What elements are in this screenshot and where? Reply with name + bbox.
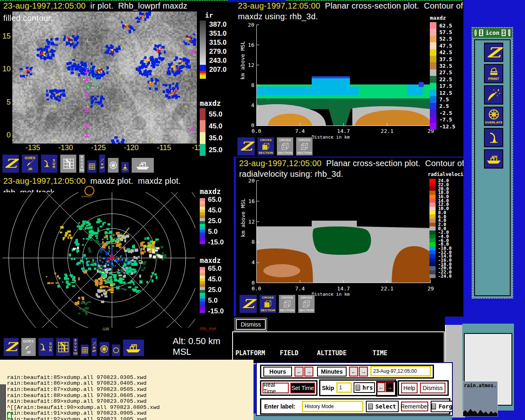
buoy-button[interactable] <box>121 162 129 173</box>
satellite-image[interactable] <box>12 11 197 144</box>
x-tick-label: 0.0 <box>248 285 265 292</box>
y-tick-label: 8 <box>251 82 254 88</box>
window-menu-icon[interactable] <box>475 30 477 36</box>
ship-button[interactable] <box>131 158 154 173</box>
overlay-rose-button[interactable] <box>107 158 119 173</box>
colorbar-swatch <box>200 281 205 284</box>
colorbar-row: 25.0 <box>200 144 222 156</box>
map-button[interactable]: MAP <box>99 154 105 173</box>
colorbar-title: maxdz <box>430 15 446 21</box>
terminal-window[interactable]: rain:beaufait:85>xdump.all 970823.0305.x… <box>0 360 253 420</box>
movie-button[interactable] <box>484 85 503 105</box>
print-button[interactable]: PRINT <box>484 64 503 83</box>
x-tick-label: -135 <box>21 144 45 152</box>
bounds-button[interactable]: BOUNDS <box>79 154 85 173</box>
skip-label: Skip <box>322 385 334 391</box>
cube-icon <box>280 142 290 151</box>
colorbar-label: 243.0 <box>209 57 227 65</box>
menu-icon <box>368 404 373 409</box>
grid-button[interactable] <box>80 344 89 356</box>
zeb-logo-button[interactable]: Z <box>239 294 257 313</box>
minutes-forward-button[interactable]: → <box>359 367 368 377</box>
x-tick-label: 22.1 <box>379 128 395 134</box>
colorbar-row: 27.5 <box>430 69 455 76</box>
real-time-button[interactable]: Real Time <box>262 383 289 393</box>
skip-back-button[interactable]: ← <box>377 382 385 392</box>
rain-atmos-icon-window[interactable]: rain.atmos. <box>463 381 498 416</box>
set-time-button[interactable]: Set Time <box>290 383 315 393</box>
cube-icon <box>282 299 292 308</box>
colorbar-swatch <box>200 235 205 238</box>
radar-button[interactable] <box>484 128 503 147</box>
cross-section-button[interactable]: CROSS SECTION <box>296 137 313 156</box>
window-title: 23-aug-1997,12:05:00 ir plot. Rhb_lowprf… <box>3 1 187 11</box>
colorbar-swatch <box>200 201 205 204</box>
cross-section-button-active[interactable]: CROSS SECTION <box>259 294 276 313</box>
cross-section-button[interactable]: CROSS SECTION <box>298 294 315 313</box>
grid-radar-button[interactable] <box>60 154 77 173</box>
goes-ir-button[interactable]: GOES .IR <box>21 338 37 356</box>
zeb-logo-button[interactable]: Z <box>237 137 255 156</box>
remember-button[interactable]: Remember <box>401 402 428 411</box>
terminal-scrollbar[interactable] <box>0 384 6 420</box>
zeb-logo-button[interactable]: Z <box>484 43 503 62</box>
cross-section-plot[interactable] <box>256 180 431 283</box>
colorbar-swatch <box>200 299 205 301</box>
satellite-dish-stars-icon <box>487 88 501 102</box>
label-input[interactable] <box>302 401 363 412</box>
hours-back-button[interactable]: ← <box>294 367 304 377</box>
skip-input[interactable] <box>336 382 352 393</box>
cross-section-plot[interactable] <box>256 25 431 126</box>
zeb-logo-button[interactable]: Z <box>2 154 19 173</box>
map-button[interactable]: MAP <box>91 338 97 356</box>
station-label: wheelhse <box>81 195 91 198</box>
title-text: ir plot. Rhb_lowprf maxdz <box>86 1 187 10</box>
cross-section-toolbar: Z CROSS SECTION CROSS SECTION CROSS SECT… <box>239 294 315 313</box>
x-tick-label: -130 <box>53 144 78 152</box>
dismiss-button[interactable]: Dismiss <box>236 319 266 330</box>
ship-button[interactable] <box>123 339 145 356</box>
time-input[interactable] <box>370 366 431 377</box>
bounds-button[interactable]: BOUNDS <box>73 338 78 356</box>
minutes-button[interactable]: Minutes <box>317 367 347 377</box>
zeb-logo-button[interactable]: Z <box>3 338 19 356</box>
cross-section-button-active[interactable]: CROSS SECTION <box>257 137 274 156</box>
skip-units-menu[interactable]: hrs <box>354 382 375 393</box>
surveillance-button[interactable]: SUR <box>41 154 58 173</box>
radar-ppi-display[interactable] <box>2 192 195 328</box>
colorbar-swatch <box>200 293 205 296</box>
cross-section-button[interactable]: CROSS SECTION <box>278 294 296 313</box>
hours-forward-button[interactable]: → <box>304 367 313 377</box>
forget-menu-button[interactable]: Forget <box>431 401 453 412</box>
minutes-back-button[interactable]: ← <box>349 367 358 377</box>
colorbar-row: -12.5 <box>430 123 455 130</box>
grid-radar-button[interactable] <box>56 338 71 356</box>
colorbar-row: 35.0 <box>200 132 222 144</box>
hours-button[interactable]: Hours <box>263 367 292 377</box>
terminal-line: rain:beaufait:86>xdump.all 970823.0405.x… <box>7 381 160 387</box>
icon-window-titlebar[interactable]: icon <box>472 28 512 38</box>
window-button-icon[interactable] <box>502 30 506 36</box>
panel-dismiss-button[interactable]: Dismiss <box>420 383 445 393</box>
ship-button[interactable] <box>484 149 503 169</box>
window-maximize-icon[interactable] <box>508 30 510 36</box>
skip-forward-button[interactable]: → <box>386 382 394 392</box>
title-line2: radialvelocity using: rhb_3d. <box>239 169 343 179</box>
overlay-rose-button[interactable] <box>99 342 110 356</box>
grid-button[interactable] <box>87 160 97 173</box>
colorbar-label: -15.0 <box>208 238 224 247</box>
colorbar-row: 42.5 <box>430 49 455 56</box>
colorbar-row: 55.0 <box>200 108 222 120</box>
goes-ir-button[interactable]: GOES .IR <box>21 154 39 173</box>
overlays-button[interactable]: OVERLAYS <box>484 107 503 126</box>
window-iconify-icon[interactable] <box>479 30 483 36</box>
y-axis-label: km above MSL <box>240 41 246 80</box>
colorbar-label: 315.0 <box>209 39 227 47</box>
colorbar-title: maxdz <box>200 187 221 196</box>
surveillance-button[interactable]: SUR <box>38 338 54 356</box>
select-menu-button[interactable]: Select <box>366 401 399 412</box>
grid-radar-icon <box>62 156 75 171</box>
help-button[interactable]: Help <box>401 383 418 393</box>
circle-button[interactable] <box>112 344 121 356</box>
cross-section-button[interactable]: CROSS SECTION <box>276 137 294 156</box>
